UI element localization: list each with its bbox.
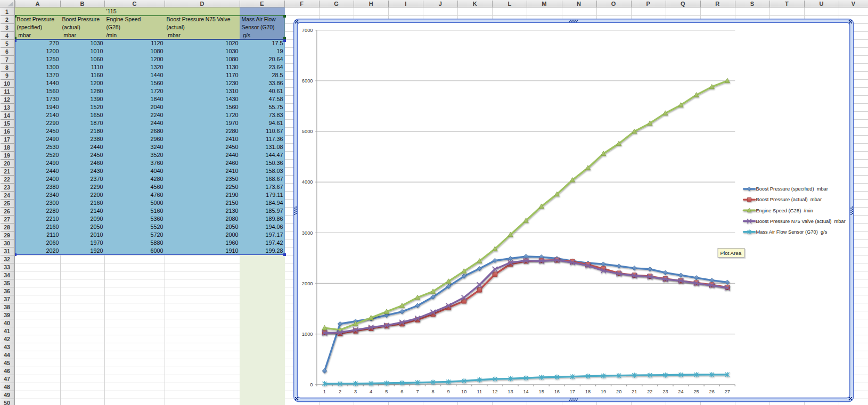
svg-text:20: 20 [616,389,621,394]
svg-text:23: 23 [662,389,668,394]
svg-text:19: 19 [601,389,606,394]
svg-text:2: 2 [339,389,341,394]
svg-text:22: 22 [647,389,652,394]
svg-text:4: 4 [370,389,372,394]
svg-text:Boost Pressure N75 Valve (actu: Boost Pressure N75 Valve (actual) mbar [756,219,846,224]
svg-text:11: 11 [477,389,482,394]
svg-text:3: 3 [354,389,357,394]
svg-text:0: 0 [310,382,313,387]
svg-text:7000: 7000 [302,28,313,33]
svg-text:9: 9 [447,389,450,394]
svg-text:7: 7 [416,389,419,394]
svg-text:6: 6 [400,389,403,394]
svg-text:Plot Area: Plot Area [720,250,742,256]
svg-text:1: 1 [323,389,326,394]
svg-text:5000: 5000 [302,129,313,134]
svg-text:15: 15 [539,389,544,394]
svg-text:13: 13 [507,389,513,394]
svg-text:6000: 6000 [302,78,313,84]
svg-text:3000: 3000 [302,230,313,236]
svg-text:2000: 2000 [302,281,313,286]
svg-text:18: 18 [585,389,591,394]
svg-text:21: 21 [632,389,637,394]
svg-text:Engine Speed (G28) /min: Engine Speed (G28) /min [756,208,814,213]
svg-text:17: 17 [570,389,575,394]
svg-text:Boost Pressure (specified) mb: Boost Pressure (specified) mbar [756,186,828,192]
svg-text:16: 16 [554,389,560,394]
svg-text:4000: 4000 [302,179,313,185]
svg-text:12: 12 [492,389,497,394]
svg-text:10: 10 [461,389,466,394]
svg-text:Mass Air Flow Sensor (G70) g/: Mass Air Flow Sensor (G70) g/s [756,229,828,235]
svg-text:27: 27 [725,389,730,394]
svg-text:5: 5 [385,389,388,394]
svg-text:1000: 1000 [302,332,313,337]
svg-text:25: 25 [693,389,699,394]
svg-text:24: 24 [678,389,683,394]
svg-text:26: 26 [709,389,715,394]
svg-text:8: 8 [431,389,434,394]
svg-text:14: 14 [523,389,528,394]
svg-text:Boost Pressure (actual) mbar: Boost Pressure (actual) mbar [756,197,822,202]
